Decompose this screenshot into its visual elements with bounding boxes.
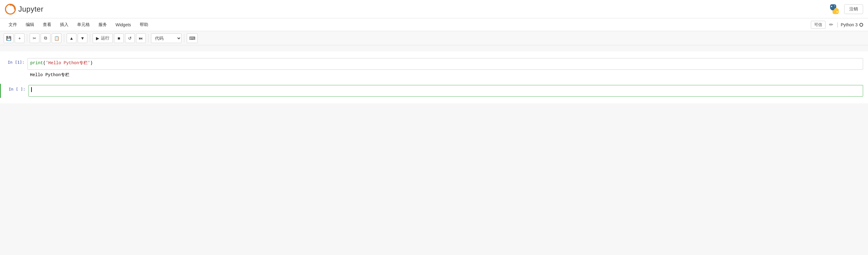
cell-1-input[interactable]: print('Hello Python专栏') [28, 58, 863, 70]
cell-2-active: In [ ]: [1, 84, 868, 98]
paste-cell-button[interactable]: 📋 [52, 33, 61, 43]
svg-point-5 [837, 11, 838, 12]
menu-cell[interactable]: 单元格 [73, 21, 94, 29]
code-paren-close: ) [90, 60, 93, 65]
svg-point-3 [834, 8, 839, 14]
svg-point-4 [831, 6, 832, 7]
kernel-info: Python 3 [841, 22, 863, 27]
play-icon: ▶ [96, 36, 99, 41]
svg-point-1 [10, 4, 11, 5]
menubar: 文件 编辑 查看 插入 单元格 服务 Widgets 帮助 可信 ✏ | Pyt… [0, 18, 868, 31]
cursor [31, 87, 32, 92]
cell-2-active-wrapper: In [ ]: [0, 84, 868, 98]
menu-kernel[interactable]: 服务 [95, 21, 111, 29]
code-string: 'Hello Python专栏' [45, 60, 90, 65]
keyboard-icon: ⌨ [189, 36, 195, 41]
toolbar-separator-5 [184, 34, 184, 42]
notebook-area: In [1]: print('Hello Python专栏') Hello Py… [0, 51, 868, 103]
paste-icon: 📋 [54, 36, 59, 41]
run-label: 运行 [101, 35, 110, 41]
cell-1-output-prompt [0, 72, 28, 78]
menu-edit[interactable]: 编辑 [22, 21, 38, 29]
cell-2-input[interactable] [28, 85, 863, 96]
stop-button[interactable]: ■ [114, 33, 124, 43]
trusted-badge[interactable]: 可信 [811, 21, 826, 29]
menu-insert[interactable]: 插入 [56, 21, 72, 29]
kernel-status-circle [860, 23, 863, 27]
cancel-button[interactable]: 注销 [844, 4, 863, 14]
cell-1-output-content: Hello Python专栏 [28, 72, 863, 78]
code-keyword-print: print [30, 60, 43, 65]
menu-right: 可信 ✏ | Python 3 [811, 21, 863, 29]
pencil-icon: ✏ [829, 22, 833, 27]
copy-icon: ⧉ [44, 35, 47, 41]
arrow-up-icon: ▲ [69, 36, 74, 41]
restart-icon: ↺ [128, 36, 132, 41]
restart-button[interactable]: ↺ [125, 33, 135, 43]
menu-view[interactable]: 查看 [39, 21, 55, 29]
main-content: In [1]: print('Hello Python专栏') Hello Py… [0, 45, 868, 198]
plus-icon: + [18, 36, 21, 41]
menu-widgets[interactable]: Widgets [112, 21, 135, 28]
save-icon: 💾 [6, 36, 11, 41]
jupyter-logo-icon [5, 4, 16, 15]
copy-cell-button[interactable]: ⧉ [41, 33, 51, 43]
cut-cell-button[interactable]: ✂ [30, 33, 39, 43]
menu-help[interactable]: 帮助 [136, 21, 152, 29]
python-logo-icon [828, 3, 840, 15]
keyboard-shortcuts-button[interactable]: ⌨ [187, 33, 198, 43]
toolbar: 💾 + ✂ ⧉ 📋 ▲ ▼ ▶ 运行 ■ ↺ ⏭ 代码 Markdown 原始N… [0, 31, 868, 45]
cell-2-container: In [ ]: [0, 81, 868, 98]
logo-area: Jupyter [5, 4, 43, 15]
fast-forward-button[interactable]: ⏭ [136, 33, 146, 43]
header: Jupyter 注销 [0, 0, 868, 18]
cell-1-wrapper: In [1]: print('Hello Python专栏') Hello Py… [0, 57, 868, 79]
move-up-button[interactable]: ▲ [67, 33, 76, 43]
cell-2-prompt: In [ ]: [1, 85, 28, 96]
header-right: 注销 [828, 3, 863, 15]
cell-1-container: In [1]: print('Hello Python专栏') Hello Py… [0, 57, 868, 79]
fast-forward-icon: ⏭ [139, 36, 143, 41]
toolbar-separator-3 [90, 34, 90, 42]
add-cell-button[interactable]: + [15, 33, 25, 43]
run-button[interactable]: ▶ 运行 [93, 33, 113, 43]
toolbar-separator-4 [148, 34, 149, 42]
kernel-name-label: Python 3 [841, 22, 858, 27]
cell-1-output: Hello Python专栏 [0, 71, 868, 79]
save-button[interactable]: 💾 [4, 33, 13, 43]
edit-icon-button[interactable]: ✏ [828, 21, 834, 29]
stop-icon: ■ [118, 36, 120, 41]
toolbar-separator-1 [27, 34, 27, 42]
logo-text: Jupyter [18, 5, 43, 13]
arrow-down-icon: ▼ [81, 36, 85, 41]
move-down-button[interactable]: ▼ [78, 33, 87, 43]
cell-1-executed: In [1]: print('Hello Python专栏') [0, 57, 868, 71]
cell-1-prompt: In [1]: [0, 58, 28, 70]
svg-point-0 [5, 4, 15, 14]
kernel-separator: | [837, 21, 838, 28]
menu-left: 文件 编辑 查看 插入 单元格 服务 Widgets 帮助 [5, 21, 152, 29]
scissors-icon: ✂ [33, 36, 36, 41]
menu-file[interactable]: 文件 [5, 21, 21, 29]
cell-type-select[interactable]: 代码 Markdown 原始NBConvert [151, 33, 182, 43]
